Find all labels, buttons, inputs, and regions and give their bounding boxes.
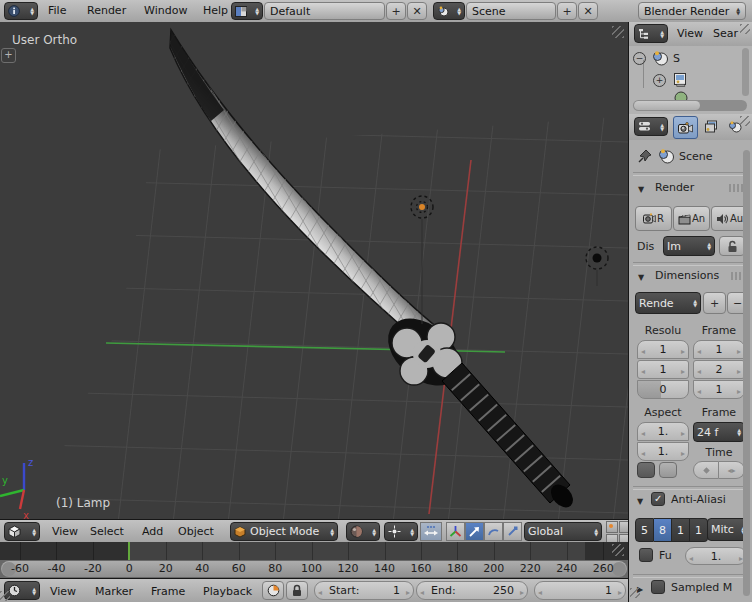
manipulator-toggle[interactable] (420, 522, 442, 541)
area-corner-grip[interactable] (612, 544, 624, 556)
translate-manipulator-button[interactable] (465, 522, 484, 541)
dimensions-panel-title[interactable]: Dimensions (655, 269, 719, 282)
frame-start-field[interactable]: Start: 1 (314, 581, 414, 600)
screen-layout-field[interactable]: Default (264, 2, 385, 20)
lamp-object-2[interactable] (586, 247, 608, 286)
layer-1-active[interactable] (606, 521, 618, 533)
frame-start-field[interactable]: 1 (693, 340, 745, 359)
area-corner-grip[interactable] (740, 24, 750, 34)
area-corner-grip[interactable] (740, 116, 750, 126)
area-corner-grip[interactable] (630, 588, 640, 598)
scrollbar-right-cap[interactable] (612, 562, 626, 576)
aspect-y-field[interactable]: 1. (637, 442, 689, 461)
tab-render[interactable] (673, 116, 698, 139)
display-mode-select[interactable]: Im (663, 236, 715, 256)
lamp-object-selected[interactable] (411, 196, 433, 324)
time-remap-new-field[interactable]: ◂▸ (719, 461, 745, 479)
resolution-y-field[interactable]: 1 (637, 360, 689, 379)
outliner-menu-search[interactable]: Sear (713, 27, 738, 40)
outliner-menu-view[interactable]: View (677, 27, 703, 40)
sampled-motion-blur-title[interactable]: Sampled M (671, 581, 732, 594)
vp-menu-add[interactable]: Add (142, 525, 163, 538)
add-scene-button[interactable]: + (557, 2, 577, 20)
close-layout-button[interactable]: ✕ (407, 2, 427, 20)
layers-widget[interactable] (606, 521, 628, 542)
scene-field[interactable]: Scene (466, 2, 556, 20)
outliner-hscrollbar[interactable] (633, 100, 747, 111)
layer-11[interactable] (606, 534, 618, 542)
lock-interface-button[interactable] (719, 236, 745, 256)
tl-menu-view[interactable]: View (50, 585, 76, 598)
manipulator-axes-button[interactable] (446, 522, 465, 541)
katana-object[interactable] (0, 22, 628, 512)
time-remap-old-field[interactable] (693, 461, 719, 479)
scale-manipulator-button[interactable] (503, 522, 522, 541)
layer-12[interactable] (619, 534, 628, 542)
tab-render-layers[interactable] (699, 116, 722, 137)
rotate-manipulator-button[interactable] (484, 522, 503, 541)
area-corner-grip[interactable] (0, 591, 10, 601)
close-scene-button[interactable]: ✕ (578, 2, 598, 20)
render-still-button[interactable]: R (635, 206, 672, 231)
properties-vscroll-thumb[interactable] (743, 150, 750, 596)
menu-render[interactable]: Render (87, 4, 126, 17)
frame-rate-select[interactable]: 24 f (693, 422, 745, 442)
collapse-icon[interactable] (633, 52, 646, 65)
menu-file[interactable]: File (48, 4, 66, 17)
panel-expand-icon[interactable] (637, 494, 643, 507)
tl-menu-marker[interactable]: Marker (95, 585, 133, 598)
pivot-point-select[interactable] (384, 522, 418, 541)
resolution-x-field[interactable]: 1 (637, 340, 689, 359)
vp-menu-object[interactable]: Object (178, 525, 214, 538)
panel-expand-icon[interactable] (638, 182, 644, 195)
outliner-scene-item[interactable]: S (673, 52, 680, 65)
tl-menu-playback[interactable]: Playback (203, 585, 252, 598)
outliner-vscroll-thumb[interactable] (742, 48, 749, 96)
vp-menu-select[interactable]: Select (90, 525, 124, 538)
outliner-editor-selector[interactable] (634, 24, 668, 43)
aa-samples-11[interactable]: 1 (672, 518, 690, 542)
viewport-3d[interactable]: z y x User Ortho (1) Lamp + View Select … (0, 22, 628, 542)
viewport-shading-select[interactable] (346, 522, 380, 541)
panel-expand-icon[interactable] (638, 270, 644, 283)
anti-aliasing-panel-title[interactable]: Anti-Aliasi (671, 493, 726, 506)
tl-menu-frame[interactable]: Frame (151, 585, 185, 598)
menu-help[interactable]: Help (203, 4, 228, 17)
expand-icon[interactable] (653, 74, 666, 87)
aspect-x-field[interactable]: 1. (637, 422, 689, 441)
scene-type-button[interactable] (433, 2, 465, 20)
frame-step-field[interactable]: 1 (693, 380, 745, 399)
current-frame-field[interactable]: 1 (534, 581, 626, 600)
resolution-percentage-slider[interactable]: 0 (637, 380, 689, 399)
filter-size-slider[interactable]: 1. (685, 547, 747, 565)
aa-samples-5[interactable]: 5 (635, 518, 654, 542)
menu-window[interactable]: Window (144, 4, 187, 17)
screen-layout-type-button[interactable] (231, 2, 263, 20)
area-corner-grip[interactable] (612, 26, 624, 38)
frame-end-field[interactable]: 2 (693, 360, 745, 379)
pin-icon[interactable] (637, 148, 653, 164)
viewport-editor-selector[interactable] (4, 522, 40, 541)
sync-playback-button[interactable] (262, 581, 284, 600)
frame-end-field[interactable]: End: 250 (416, 581, 528, 600)
outliner-hscroll-thumb[interactable] (634, 101, 700, 110)
vp-menu-view[interactable]: View (52, 525, 78, 538)
render-engine-select[interactable]: Blender Render (638, 2, 746, 20)
properties-editor-selector[interactable] (634, 117, 668, 136)
render-presets-select[interactable]: Rende (635, 292, 701, 314)
full-sample-checkbox[interactable] (639, 548, 653, 562)
timeline-ruler-scrollbar[interactable]: -60-40-200204060801001201401601802002202… (0, 560, 628, 578)
border-toggle[interactable] (637, 462, 655, 478)
lock-frame-button[interactable] (286, 581, 308, 600)
current-frame-marker[interactable] (128, 542, 130, 560)
layer-2[interactable] (619, 521, 628, 533)
render-animation-button[interactable]: An (673, 206, 710, 231)
editor-type-selector[interactable] (4, 2, 38, 20)
add-layout-button[interactable]: + (386, 2, 406, 20)
aa-samples-16[interactable]: 1 (690, 518, 708, 542)
render-panel-title[interactable]: Render (655, 181, 694, 194)
transform-orientation-select[interactable]: Global (524, 522, 602, 541)
crop-toggle[interactable] (659, 462, 677, 478)
add-preset-button[interactable]: + (703, 292, 726, 314)
anti-aliasing-checkbox[interactable] (651, 492, 665, 506)
